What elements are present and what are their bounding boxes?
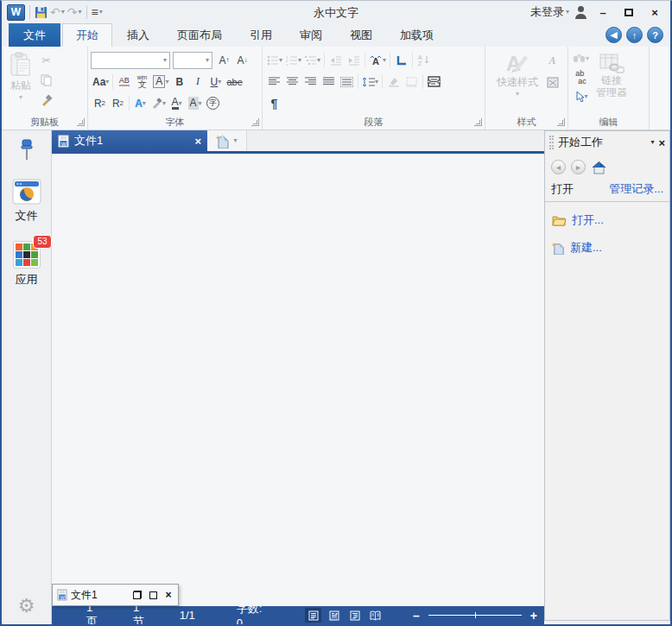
phonetic-guide-button[interactable]: wén文 bbox=[133, 73, 151, 91]
user-avatar-icon[interactable] bbox=[574, 6, 587, 19]
copy-button[interactable] bbox=[37, 71, 55, 89]
back-nav-button[interactable]: ◀ bbox=[605, 27, 622, 43]
customize-qat-button[interactable]: ≡▾ bbox=[92, 5, 103, 19]
go-top-button[interactable]: ↑ bbox=[626, 27, 643, 43]
character-style-button[interactable]: A bbox=[543, 52, 561, 70]
open-file-link[interactable]: 打开... bbox=[545, 202, 669, 230]
print-layout-view-button[interactable] bbox=[305, 608, 321, 623]
redo-button[interactable]: ↷▾ bbox=[67, 5, 82, 19]
style-dialog-launcher[interactable] bbox=[557, 118, 565, 126]
font-dialog-launcher[interactable] bbox=[251, 118, 259, 126]
mini-close-button[interactable]: × bbox=[163, 590, 174, 600]
mini-maximize-button[interactable] bbox=[148, 590, 158, 600]
tab-page-layout[interactable]: 页面布局 bbox=[164, 23, 235, 47]
sort-button[interactable]: AZ bbox=[415, 51, 433, 69]
find-button[interactable]: ▾ bbox=[571, 49, 591, 67]
tab-view[interactable]: 视图 bbox=[337, 23, 385, 47]
sidebar-item-apps[interactable]: 53 应用 bbox=[13, 241, 41, 288]
maximize-button[interactable] bbox=[618, 4, 639, 20]
paragraph-dialog-launcher[interactable] bbox=[474, 118, 482, 126]
font-size-select[interactable]: ▾ bbox=[173, 52, 212, 69]
character-shading-button[interactable]: A▾ bbox=[186, 94, 204, 112]
line-spacing-button[interactable]: ▾ bbox=[360, 73, 380, 91]
paste-button[interactable]: 粘贴 ▾ bbox=[4, 49, 37, 104]
align-center-button[interactable] bbox=[283, 73, 301, 91]
zoom-in-button[interactable]: + bbox=[530, 610, 537, 622]
new-document-button[interactable]: + ▾ bbox=[207, 130, 247, 151]
paragraph-settings-button[interactable] bbox=[425, 73, 443, 91]
numbering-button[interactable]: 123 ▾ bbox=[284, 51, 303, 69]
zoom-slider[interactable] bbox=[428, 615, 522, 616]
document-area[interactable]: W 文件1 × bbox=[52, 154, 544, 606]
manage-records-link[interactable]: 管理记录... bbox=[609, 181, 663, 197]
bullets-button[interactable]: ▾ bbox=[265, 51, 284, 69]
character-border-button[interactable]: A▾ bbox=[151, 73, 170, 91]
borders-button[interactable] bbox=[403, 73, 421, 91]
settings-gear-button[interactable]: ⚙ bbox=[18, 595, 35, 617]
document-tab-close-button[interactable]: × bbox=[194, 135, 201, 148]
align-left-button[interactable] bbox=[265, 73, 283, 91]
show-marks-button[interactable]: ¶ bbox=[265, 94, 283, 112]
justify-button[interactable] bbox=[320, 73, 338, 91]
bold-button[interactable]: B bbox=[170, 73, 188, 91]
highlight-color-button[interactable]: ▾ bbox=[149, 94, 168, 112]
strikethrough-button[interactable]: abe bbox=[225, 73, 244, 91]
text-effects-button[interactable]: A▾ bbox=[131, 94, 149, 112]
superscript-button[interactable]: R2 bbox=[109, 94, 127, 112]
task-pane-close-button[interactable]: × bbox=[658, 136, 665, 149]
select-button[interactable]: ▾ bbox=[571, 87, 591, 105]
tab-insert[interactable]: 插入 bbox=[114, 23, 162, 47]
clear-formatting-button[interactable]: AB bbox=[115, 73, 133, 91]
align-right-button[interactable] bbox=[301, 73, 320, 91]
drag-grip-icon[interactable] bbox=[549, 136, 554, 149]
zoom-out-button[interactable]: – bbox=[413, 610, 420, 622]
shading-button[interactable] bbox=[384, 73, 403, 91]
undo-dropdown[interactable]: ▾ bbox=[61, 9, 65, 16]
tab-setting-button[interactable] bbox=[392, 51, 410, 69]
redo-dropdown[interactable]: ▾ bbox=[78, 9, 81, 16]
login-button[interactable]: 未登录▾ bbox=[530, 4, 569, 20]
clipboard-dialog-launcher[interactable] bbox=[77, 118, 85, 126]
italic-button[interactable]: I bbox=[188, 73, 206, 91]
paste-dropdown[interactable]: ▾ bbox=[19, 94, 22, 101]
new-file-link[interactable]: + 新建... bbox=[545, 230, 669, 257]
text-direction-button[interactable]: A ▾ bbox=[367, 51, 388, 69]
pane-back-button[interactable]: ◂ bbox=[551, 160, 566, 174]
replace-button[interactable]: abac bbox=[571, 68, 591, 86]
tab-addins[interactable]: 加载项 bbox=[387, 23, 447, 47]
sidebar-item-file[interactable]: 文件 bbox=[12, 179, 41, 224]
decrease-indent-button[interactable] bbox=[326, 51, 345, 69]
pane-forward-button[interactable]: ▸ bbox=[571, 160, 586, 174]
grow-font-button[interactable]: A↑ bbox=[215, 51, 233, 69]
help-button[interactable]: ? bbox=[647, 27, 663, 43]
task-pane-menu-button[interactable]: ▾ bbox=[650, 139, 654, 146]
subscript-button[interactable]: R2 bbox=[91, 94, 109, 112]
undo-button[interactable]: ↶▾ bbox=[50, 5, 65, 19]
mini-restore-button[interactable] bbox=[132, 590, 143, 600]
font-family-select[interactable]: ▾ bbox=[91, 52, 170, 69]
document-tab[interactable]: W 文件1 × bbox=[52, 130, 207, 151]
shrink-font-button[interactable]: A↓ bbox=[233, 51, 251, 69]
enclose-characters-button[interactable]: 字 bbox=[204, 94, 222, 112]
close-button[interactable]: × bbox=[644, 4, 665, 20]
increase-indent-button[interactable] bbox=[345, 51, 363, 69]
quick-styles-button[interactable]: A 快速样式 ▾ bbox=[491, 49, 543, 100]
link-manager-button[interactable]: 链接管理器 bbox=[591, 49, 632, 102]
tab-review[interactable]: 审阅 bbox=[287, 23, 335, 47]
pane-home-button[interactable] bbox=[591, 161, 607, 174]
font-color-button[interactable]: A▾ bbox=[168, 94, 186, 112]
distribute-button[interactable] bbox=[338, 73, 356, 91]
tab-references[interactable]: 引用 bbox=[237, 23, 285, 47]
tab-file[interactable]: 文件 bbox=[9, 23, 60, 47]
minimize-button[interactable]: – bbox=[593, 4, 613, 20]
outline-view-button[interactable] bbox=[346, 608, 363, 623]
tab-home[interactable]: 开始 bbox=[62, 23, 112, 47]
app-logo-icon[interactable]: W bbox=[7, 4, 25, 21]
cut-button[interactable]: ✂ bbox=[37, 51, 55, 69]
multilevel-list-button[interactable]: ▾ bbox=[303, 51, 322, 69]
pushpin-icon[interactable] bbox=[19, 139, 35, 161]
change-styles-button[interactable] bbox=[543, 73, 561, 92]
underline-button[interactable]: U▾ bbox=[206, 73, 225, 91]
format-painter-button[interactable] bbox=[37, 91, 55, 109]
page-ratio[interactable]: 1/1 bbox=[180, 609, 195, 622]
